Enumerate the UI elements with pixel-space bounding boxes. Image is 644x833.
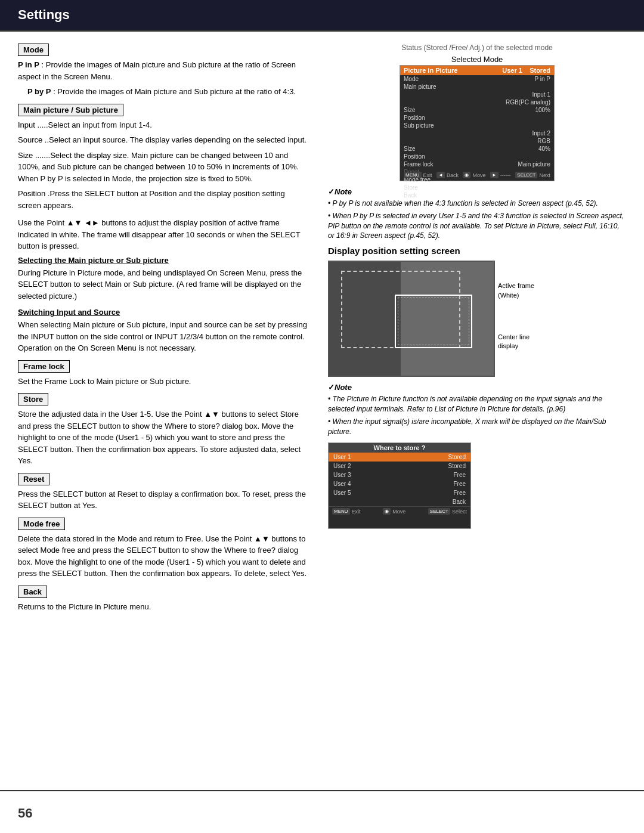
mode-free-desc: Delete the data stored in the Mode and r…	[18, 533, 310, 580]
main-sub-section: Main picture / Sub picture Input .....Se…	[18, 104, 310, 212]
switching-header: Switching Input and Source	[18, 308, 310, 317]
pip-row-rgb: RGB	[400, 137, 554, 145]
wts-header: Where to store ?	[329, 443, 470, 453]
mode-free-label: Mode free	[18, 518, 65, 530]
note1-text: P by P is not available when the 4:3 fun…	[328, 199, 626, 241]
frame-lock-label: Frame lock	[18, 360, 70, 373]
reset-label: Reset	[18, 473, 49, 485]
mode-section: Mode P in P : Provide the images of Main…	[18, 44, 310, 98]
pip-row-store: Store	[400, 184, 554, 191]
wts-footer: MENUExit ◉Move SELECTSelect	[329, 506, 470, 516]
wts-screen: Where to store ? User 1Stored User 2Stor…	[328, 442, 471, 529]
wts-row-back: Back	[329, 497, 470, 506]
selecting-section: Selecting the Main picture or Sub pictur…	[18, 256, 310, 302]
note2-section: Note The Picture in Picture function is …	[328, 383, 626, 436]
reset-section: Reset Press the SELECT button at Reset t…	[18, 473, 310, 512]
right-column: Status (Stored /Free/ Adj.) of the selec…	[328, 44, 626, 618]
pip-screen: Picture in Picture User 1 Stored ModeP i…	[400, 65, 555, 181]
page-title: Settings	[18, 7, 70, 22]
pip-header-right: User 1 Stored	[502, 67, 550, 74]
mode-label: Mode	[18, 44, 49, 56]
display-pos-screen	[328, 261, 495, 377]
mode-p-in-p-para: P in P : Provide the images of Main pict…	[18, 59, 310, 82]
frame-lock-desc: Set the Frame Lock to Main picture or Su…	[18, 376, 310, 388]
dps-labels: Active frame (White) Center line display	[498, 261, 555, 351]
status-label: Status (Stored /Free/ Adj.) of the selec…	[328, 44, 626, 52]
wts-row-user4: User 4Free	[329, 479, 470, 488]
reset-desc: Press the SELECT button at Reset to disp…	[18, 488, 310, 512]
left-column: Mode P in P : Provide the images of Main…	[18, 44, 310, 618]
pip-row-rgb-pc: RGB(PC analog)	[400, 98, 554, 106]
pip-row-size-sub: Size40%	[400, 145, 554, 153]
pip-row-mainpic: Main picture	[400, 83, 554, 91]
center-line-label: Center line display	[498, 333, 555, 351]
switching-section: Switching Input and Source When selectin…	[18, 308, 310, 354]
page-footer: 56	[18, 806, 32, 821]
source-line: Source ..Select an input source. The dis…	[18, 134, 310, 146]
mode-p-by-p-para: P by P : Provide the images of Main pict…	[27, 86, 310, 98]
dps-wrapper: Active frame (White) Center line display	[328, 261, 555, 377]
display-pos-section: Display position setting screen Active f…	[328, 246, 626, 377]
mode-free-section: Mode free Delete the data stored in the …	[18, 518, 310, 580]
back-label: Back	[18, 586, 47, 598]
pip-row-mode: ModeP in P	[400, 75, 554, 83]
note2-item2: When the input signal(s) is/are incompat…	[328, 417, 626, 437]
selected-mode-label: Selected Mode	[328, 55, 626, 64]
pip-row-back: Back	[400, 191, 554, 199]
back-section: Back Returns to the Picture in Picture m…	[18, 586, 310, 613]
pip-row-input2: Input 2	[400, 129, 554, 137]
note1-item1: P by P is not available when the 4:3 fun…	[328, 199, 626, 209]
pip-row-pos-sub: Position	[400, 153, 554, 160]
pip-row-pos-main: Position	[400, 114, 554, 122]
wts-row-user2: User 2Stored	[329, 462, 470, 470]
point-buttons-desc: Use the Point ▲▼ ◄► buttons to adjust th…	[18, 217, 310, 252]
pip-row-size-main: Size100%	[400, 106, 554, 114]
note2-text: The Picture in Picture function is not a…	[328, 394, 626, 436]
store-section: Store Store the adjusted data in the Use…	[18, 393, 310, 467]
note2-title: Note	[328, 383, 626, 392]
active-frame-label: Active frame (White)	[498, 281, 555, 300]
note1-item2: When P by P is selected in every User 1-…	[328, 211, 626, 241]
back-desc: Returns to the Picture in Picture menu.	[18, 601, 310, 613]
page-number: 56	[18, 806, 32, 820]
pip-row-framelock: Frame lockMain picture	[400, 160, 554, 168]
note2-item1: The Picture in Picture function is not a…	[328, 394, 626, 414]
main-sub-label: Main picture / Sub picture	[18, 104, 123, 116]
selecting-header: Selecting the Main picture or Sub pictur…	[18, 256, 310, 265]
store-desc: Store the adjusted data in the User 1-5.…	[18, 408, 310, 467]
wts-row-user5: User 5Free	[329, 488, 470, 497]
pip-header: Picture in Picture User 1 Stored	[400, 66, 554, 75]
mode-p-in-p-bold: P in P	[18, 60, 39, 69]
frame-lock-section: Frame lock Set the Frame Lock to Main pi…	[18, 360, 310, 388]
mode-p-in-p-desc: : Provide the images of Main picture and…	[18, 60, 296, 81]
switching-desc: When selecting Main picture or Sub pictu…	[18, 319, 310, 354]
mode-p-by-p-desc: : Provide the images of Main picture and…	[53, 87, 296, 96]
selecting-desc: During Picture in Picture mode, and bein…	[18, 267, 310, 302]
pip-footer: MENUExit ◄Back ◉Move ►------ SELECTNext	[400, 172, 554, 178]
size-line: Size .......Select the display size. Mai…	[18, 150, 310, 185]
mode-p-by-p-bold: P by P	[27, 87, 51, 96]
position-line: Position .Press the SELECT button at Pos…	[18, 188, 310, 211]
pip-row-subpic: Sub picture	[400, 122, 554, 129]
store-label: Store	[18, 393, 48, 405]
page-header: Settings	[0, 0, 644, 32]
wts-row-user3: User 3Free	[329, 470, 470, 479]
pip-row-input1: Input 1	[400, 91, 554, 98]
pip-header-left: Picture in Picture	[404, 67, 457, 74]
wts-row-user1: User 1Stored	[329, 453, 470, 462]
input-line: Input .....Select an input from Input 1-…	[18, 119, 310, 131]
display-pos-title: Display position setting screen	[328, 246, 626, 256]
